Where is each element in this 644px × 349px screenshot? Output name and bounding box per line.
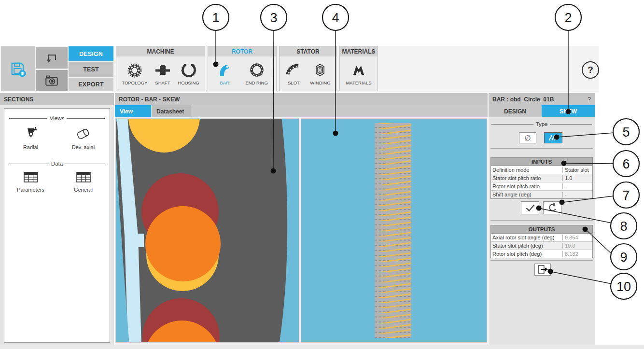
sidebar-item-dev-axial[interactable]: Dev. axial xyxy=(57,124,110,150)
tab-export[interactable]: EXPORT xyxy=(69,78,113,91)
output-label: Rotor slot pitch (deg) xyxy=(491,251,562,257)
tab-test[interactable]: TEST xyxy=(69,62,113,77)
skew-type-skewed-button[interactable] xyxy=(544,132,562,143)
skew-view-graphic xyxy=(301,119,487,342)
general-label: General xyxy=(74,187,93,193)
radial-view-panel[interactable] xyxy=(115,118,299,343)
svg-text:7: 7 xyxy=(622,188,630,203)
svg-text:1: 1 xyxy=(212,11,219,25)
input-label: Shift angle (deg) xyxy=(491,192,562,197)
top-toolbar: ✱ DESIGN TEST EXPORT MACHINE xyxy=(0,46,599,92)
view-tab-bar: View Datasheet xyxy=(115,105,488,117)
input-value[interactable]: Stator slot xyxy=(562,167,592,173)
save-button[interactable]: ✱ xyxy=(1,46,35,91)
main-view-title: ROTOR - BAR - SKEW xyxy=(119,96,180,103)
callout-10: 10 xyxy=(611,273,637,299)
save-floppy-icon: ✱ xyxy=(8,59,28,79)
bar-panel-tab-bar: DESIGN SKEW xyxy=(489,105,595,117)
slot-label: SLOT xyxy=(288,80,300,85)
undo-button[interactable] xyxy=(36,47,68,69)
app-window: ✱ DESIGN TEST EXPORT MACHINE xyxy=(0,0,644,349)
parameters-table-icon xyxy=(21,169,41,186)
output-value: 8.182 xyxy=(562,251,592,257)
graphics-area xyxy=(115,117,488,345)
sidebar-item-radial[interactable]: Radial xyxy=(4,124,57,150)
tab-view[interactable]: View xyxy=(115,105,152,117)
sidebar-item-general[interactable]: General xyxy=(57,169,110,193)
export-icon xyxy=(535,264,550,276)
tab-bar-design[interactable]: DESIGN xyxy=(489,105,542,117)
skew-view-panel[interactable] xyxy=(301,118,487,343)
group-machine-title: MACHINE xyxy=(116,46,205,56)
callout-3: 3 xyxy=(261,4,287,30)
dev-axial-label: Dev. axial xyxy=(72,144,95,150)
skew-lines-icon xyxy=(545,132,562,143)
shaft-icon xyxy=(154,62,171,79)
input-value[interactable]: - xyxy=(562,192,592,197)
svg-text:✱: ✱ xyxy=(20,71,24,76)
output-label: Axial rotor slot angle (deg) xyxy=(491,235,562,240)
panel-help-icon[interactable]: ? xyxy=(588,96,591,103)
callout-7: 7 xyxy=(613,182,639,208)
help-button[interactable]: ? xyxy=(582,61,599,79)
bar-panel-header: BAR : obd_Circle_01B ? xyxy=(489,93,595,105)
callout-8: 8 xyxy=(611,213,637,239)
group-rotor: ROTOR BAR END RING xyxy=(208,46,277,91)
input-value[interactable]: 1.0 xyxy=(562,175,592,181)
svg-text:10: 10 xyxy=(616,279,631,294)
bar-label: BAR xyxy=(220,80,229,85)
output-value: 9.354 xyxy=(562,235,592,240)
dev-axial-view-icon xyxy=(74,124,93,143)
housing-button[interactable]: HOUSING xyxy=(178,62,199,85)
group-materials-title: MATERIALS xyxy=(340,46,378,56)
tab-design[interactable]: DESIGN xyxy=(69,46,113,61)
group-materials: MATERIALS MATERIALS xyxy=(339,46,378,91)
winding-button[interactable]: WINDING xyxy=(310,62,330,85)
winding-label: WINDING xyxy=(310,80,330,85)
outputs-table: OUTPUTS Axial rotor slot angle (deg) 9.3… xyxy=(490,225,593,258)
screenshot-button[interactable] xyxy=(36,70,68,91)
group-machine: MACHINE TOPOLOGY xyxy=(116,46,205,91)
tab-datasheet[interactable]: Datasheet xyxy=(152,105,191,117)
skew-settings-panel: Type ∅ INPUTS Definition mode Stator slo… xyxy=(489,117,595,345)
output-label: Stator slot pitch (deg) xyxy=(491,243,562,249)
shaft-button[interactable]: SHAFT xyxy=(154,62,171,85)
data-group-legend: Data xyxy=(9,161,105,167)
restore-button[interactable] xyxy=(543,201,561,214)
sections-header: SECTIONS xyxy=(0,93,114,105)
output-value: 10.0 xyxy=(562,243,592,249)
callout-6: 6 xyxy=(613,151,639,177)
outputs-title: OUTPUTS xyxy=(491,225,592,234)
radial-view-graphic xyxy=(116,119,299,342)
callout-9: 9 xyxy=(611,244,637,270)
main-view-header: ROTOR - BAR - SKEW xyxy=(115,93,488,105)
inputs-table: INPUTS Definition mode Stator slot Stato… xyxy=(490,157,593,199)
slot-button[interactable]: SLOT xyxy=(285,62,302,85)
tab-bar-skew[interactable]: SKEW xyxy=(542,105,595,117)
check-icon xyxy=(521,201,539,214)
materials-button[interactable]: MATERIALS xyxy=(346,62,371,85)
topology-button[interactable]: TOPOLOGY xyxy=(122,62,147,85)
status-strip xyxy=(0,345,644,349)
materials-label: MATERIALS xyxy=(346,80,371,85)
undo-arrow-icon xyxy=(44,51,59,65)
winding-icon xyxy=(312,62,328,79)
end-ring-icon xyxy=(249,62,265,79)
table-row: Shift angle (deg) - xyxy=(491,191,592,198)
bar-button[interactable]: BAR xyxy=(216,62,233,85)
apply-button[interactable] xyxy=(521,201,539,214)
type-group-legend: Type xyxy=(491,121,592,127)
no-skew-icon: ∅ xyxy=(524,134,531,142)
svg-text:2: 2 xyxy=(564,11,572,25)
callout-5: 5 xyxy=(613,119,639,145)
end-ring-button[interactable]: END RING xyxy=(245,62,267,85)
sidebar-item-parameters[interactable]: Parameters xyxy=(4,169,57,193)
bar-panel-title: BAR : obd_Circle_01B xyxy=(492,96,554,103)
export-results-button[interactable] xyxy=(534,264,551,276)
restore-icon xyxy=(544,201,561,214)
callout-1: 1 xyxy=(203,4,229,30)
table-row: Rotor slot pitch (deg) 8.182 xyxy=(491,250,592,258)
input-value[interactable]: - xyxy=(562,183,592,189)
skew-type-none-button[interactable]: ∅ xyxy=(519,132,536,143)
svg-text:4: 4 xyxy=(332,11,339,25)
